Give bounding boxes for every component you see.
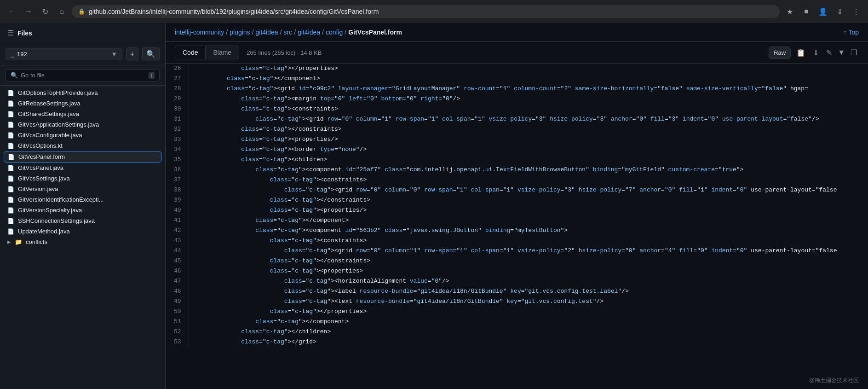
line-code: class="c-tag"><text resource-bundle="git… [189,296,868,307]
line-number: 43 [166,236,189,246]
raw-button[interactable]: Raw [769,46,791,59]
table-row: 30 class="c-tag"><constraints> [166,104,868,114]
line-number: 48 [166,286,189,296]
forward-button[interactable]: → [22,5,35,18]
top-arrow-icon: ↑ [843,29,846,36]
table-row: 28 class="c-tag"><grid id="c09c2" layout… [166,84,868,94]
table-row: 26 class="c-tag"></properties> [166,64,868,74]
top-button[interactable]: ↑ Top [843,29,859,36]
breadcrumb: intellij-community/plugins/git4idea/src/… [175,29,402,36]
edit-button[interactable]: ✎ [824,46,834,59]
profile-button[interactable]: 👤 [816,5,829,18]
folder-icon: 📁 [15,238,22,245]
file-icon: 📄 [7,228,14,235]
branch-dropdown-icon: ▼ [111,51,117,58]
breadcrumb-part-git4idea[interactable]: git4idea [298,29,320,36]
sidebar-file-GitVersionIdentificationExcepti---[interactable]: 📄GitVersionIdentificationExcepti... [0,194,165,205]
breadcrumb-part-git4idea[interactable]: git4idea [256,29,278,36]
line-number: 39 [166,195,189,205]
line-number: 36 [166,165,189,175]
sidebar-branch: ⎯ 192 ▼ + 🔍 [0,43,165,65]
breadcrumb-part-config[interactable]: config [326,29,343,36]
reload-button[interactable]: ↻ [39,5,52,18]
download-button[interactable]: ⇓ [811,46,821,59]
edit-dropdown-icon[interactable]: ▼ [838,48,845,57]
breadcrumb-part-src[interactable]: src [283,29,292,36]
extensions-button[interactable]: ■ [800,5,813,18]
line-number: 40 [166,205,189,215]
search-files-button[interactable]: 🔍 [142,47,160,61]
sidebar-file-GitVcsPanel-java[interactable]: 📄GitVcsPanel.java [0,163,165,173]
downloads-button[interactable]: ⇓ [833,5,846,18]
line-code: class="c-tag"></constraints> [189,124,868,134]
line-number: 41 [166,215,189,226]
table-row: 34 class="c-tag"><border type="none"/> [166,145,868,155]
line-code: class="c-tag"><properties/> [189,134,868,145]
tab-blame[interactable]: Blame [206,46,239,59]
sidebar-file-UpdateMethod-java[interactable]: 📄UpdateMethod.java [0,226,165,237]
sidebar-file-GitRebaseSettings-java[interactable]: 📄GitRebaseSettings.java [0,98,165,109]
breadcrumb-separator: / [252,29,254,36]
tab-code[interactable]: Code [175,46,206,59]
file-name: GitVersionIdentificationExcepti... [18,196,103,203]
settings-button[interactable]: ⋮ [850,5,862,18]
line-code: class="c-tag"></children> [189,327,868,337]
table-row: 48 class="c-tag"><label resource-bundle=… [166,286,868,296]
watermark: @稀土掘金技术社区 [809,377,859,384]
line-code: class="c-tag"><grid row="0" column="1" r… [189,246,868,256]
line-number: 29 [166,94,189,104]
code-viewer[interactable]: 26 class="c-tag"></properties>27 class="… [166,64,868,389]
sidebar-file-GitVcsOptions-kt[interactable]: 📄GitVcsOptions.kt [0,140,165,151]
file-icon: 📄 [7,100,14,107]
breadcrumb-separator: / [294,29,296,36]
home-button[interactable]: ⌂ [55,5,68,18]
breadcrumb-separator: / [345,29,346,36]
main-layout: ☰ Files ⎯ 192 ▼ + 🔍 🔍 Go to file t 📄GitO… [0,23,868,389]
file-icon: 📄 [7,132,14,139]
line-code: class="c-tag"><constraints> [189,236,868,246]
sidebar-file-GitSharedSettings-java[interactable]: 📄GitSharedSettings.java [0,109,165,119]
search-shortcut: t [149,72,155,79]
line-number: 26 [166,64,189,74]
line-number: 42 [166,226,189,236]
breadcrumb-part-plugins[interactable]: plugins [230,29,250,36]
bookmark-button[interactable]: ★ [783,5,796,18]
chevron-right-icon: ▶ [7,239,11,244]
line-code: class="c-tag"></properties> [189,64,868,74]
breadcrumb-part-intellij-community[interactable]: intellij-community [175,29,224,36]
sidebar-file-GitVersion-java[interactable]: 📄GitVersion.java [0,184,165,194]
address-bar[interactable]: 🔒 github.com/JetBrains/intellij-communit… [72,5,780,18]
sidebar-file-GitOptionsTopHitProvider-java[interactable]: 📄GitOptionsTopHitProvider.java [0,87,165,98]
line-code: class="c-tag"></component> [189,74,868,84]
fullscreen-button[interactable]: ❐ [849,46,859,59]
sidebar-search: 🔍 Go to file t [0,65,165,86]
file-name: GitVcsOptions.kt [18,142,63,149]
line-code: class="c-tag"><constraints> [189,175,868,185]
table-row: 32 class="c-tag"></constraints> [166,124,868,134]
code-table: 26 class="c-tag"></properties>27 class="… [166,64,868,347]
sidebar-menu-icon[interactable]: ☰ [7,29,14,37]
search-input-wrapper[interactable]: 🔍 Go to file t [6,69,160,81]
sidebar-file-GitVcsConfigurable-java[interactable]: 📄GitVcsConfigurable.java [0,130,165,140]
file-icon: 📄 [7,122,14,128]
sidebar-file-GitVcsPanel-form[interactable]: 📄GitVcsPanel.form [4,151,161,163]
code-actions: Raw 📋 ⇓ ✎ ▼ ❐ [769,46,859,59]
line-code: class="c-tag"><component id="563b2" clas… [189,226,868,236]
file-icon: 📄 [7,111,14,117]
line-code: class="c-tag"><children> [189,155,868,165]
sidebar-file-GitVersionSpecialty-java[interactable]: 📄GitVersionSpecialty.java [0,205,165,215]
back-button[interactable]: ← [6,5,18,18]
line-number: 34 [166,145,189,155]
table-row: 46 class="c-tag"><properties> [166,266,868,276]
file-icon: 📄 [7,143,14,149]
sidebar-file-GitVcsApplicationSettings-java[interactable]: 📄GitVcsApplicationSettings.java [0,119,165,130]
sidebar-file-GitVcsSettings-java[interactable]: 📄GitVcsSettings.java [0,173,165,184]
add-file-button[interactable]: + [126,47,138,61]
copy-button[interactable]: 📋 [794,46,807,59]
sidebar-folder-conflicts[interactable]: ▶📁conflicts [0,237,165,247]
sidebar-file-SSHConnectionSettings-java[interactable]: 📄SSHConnectionSettings.java [0,215,165,226]
browser-actions: ★ ■ 👤 ⇓ ⋮ [783,5,862,18]
line-code: class="c-tag"></component> [189,215,868,226]
branch-select[interactable]: ⎯ 192 ▼ [6,48,122,60]
line-number: 50 [166,307,189,317]
